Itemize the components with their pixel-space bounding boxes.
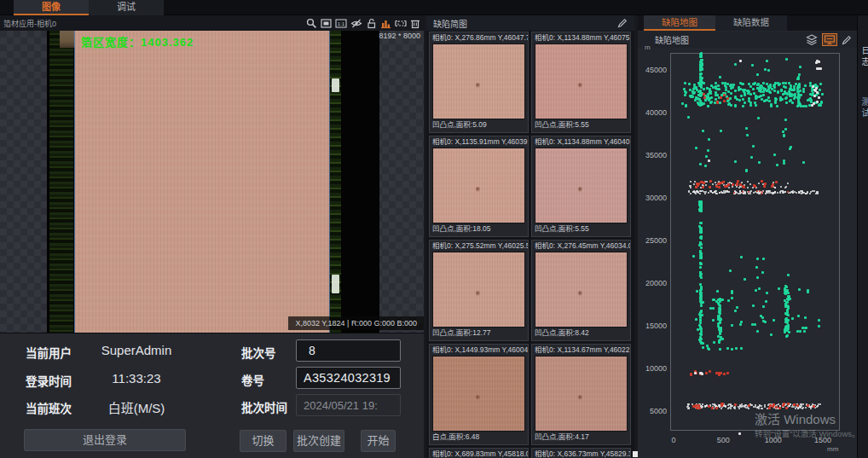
batch-no-input[interactable] [296, 339, 401, 362]
defect-card[interactable]: 相机0: X,689.83mm Y,45818.09m [429, 448, 529, 458]
login-time-value: 11:33:23 [72, 371, 200, 386]
defect-point [767, 96, 770, 99]
dock-item-test[interactable]: 测试 [859, 97, 868, 119]
defect-point [688, 190, 690, 192]
defect-point [766, 60, 768, 62]
defect-point [760, 315, 762, 317]
defect-point [697, 404, 700, 407]
defect-point [685, 91, 687, 94]
create-batch-button[interactable]: 批次创建 [293, 430, 344, 452]
defect-point [782, 192, 784, 194]
pencil-icon[interactable] [617, 18, 628, 28]
defect-point [742, 98, 744, 101]
tab-defect-data[interactable]: 缺陷数据 [715, 15, 787, 31]
dock-item-log[interactable]: 日志 [859, 46, 868, 68]
defect-point [700, 243, 703, 246]
defect-mark [476, 187, 480, 192]
defect-point [804, 316, 807, 319]
defect-point [734, 403, 737, 406]
tab-image[interactable]: 图像 [14, 0, 89, 15]
defect-point [728, 191, 730, 193]
defect-point [775, 181, 778, 183]
monitor-icon[interactable] [822, 33, 837, 46]
start-button[interactable]: 开始 [361, 430, 396, 452]
fit-image-icon[interactable] [321, 18, 332, 29]
tab-defect-map[interactable]: 缺陷地图 [644, 15, 715, 31]
defect-panel-tabs: 缺陷地图 缺陷数据 [638, 15, 857, 31]
defect-point [736, 183, 738, 185]
defect-point [711, 407, 714, 409]
layers-icon[interactable] [806, 34, 818, 45]
defect-card-header: 相机0: X,1134.88mm Y,46075.78m [532, 32, 630, 43]
defect-point [706, 181, 708, 183]
x-tick-label: 500 [710, 436, 736, 444]
top-tab-bar: 图像 调试 [0, 0, 868, 15]
defect-point [745, 127, 748, 130]
defect-point [784, 292, 786, 294]
defect-card[interactable]: 相机0: X,636.73mm Y,45829.35m [531, 448, 631, 458]
lock-icon[interactable] [366, 18, 377, 29]
defect-point [773, 86, 776, 89]
windows-watermark-line2: 转到“设置”以激活 Windows。 [755, 427, 860, 439]
defect-point [716, 290, 719, 293]
defect-card[interactable]: 相机0: X,1449.93mm Y,46004.39m白点,面积:6.48 [429, 344, 529, 445]
defect-point [690, 181, 692, 183]
defect-point [695, 193, 697, 194]
one-to-one-icon[interactable]: 1:1 [335, 18, 347, 29]
defect-card[interactable]: 相机0: X,275.52mm Y,46025.57m凹凸点,面积:12.77 [429, 240, 529, 341]
trash-icon[interactable] [410, 18, 420, 29]
defect-card[interactable]: 相机0: X,1134.88mm Y,46075.78m凹凸点,面积:5.55 [531, 32, 631, 133]
search-icon[interactable] [306, 18, 317, 29]
defect-point [818, 96, 820, 99]
svg-text:1:1: 1:1 [338, 21, 345, 26]
logout-button[interactable]: 退出登录 [24, 429, 186, 451]
defect-point [748, 97, 750, 100]
defect-point [708, 192, 709, 194]
defect-thumbnail [432, 356, 525, 432]
defect-point [710, 101, 713, 103]
defect-point [752, 304, 755, 307]
defect-point [786, 329, 789, 332]
defect-point [757, 83, 760, 85]
image-viewer[interactable]: 8192 * 8000 箔区宽度：1403.362 X,8032 Y,1824 … [0, 31, 424, 333]
defect-point [709, 91, 711, 94]
defect-point [797, 93, 800, 96]
foil-surface [75, 31, 329, 333]
defect-point [798, 288, 801, 291]
defect-point [734, 160, 737, 163]
defect-card[interactable]: 相机0: X,276.45mm Y,46034.07m凹凸点,面积:8.42 [531, 240, 631, 341]
defect-point [726, 83, 729, 85]
defect-point [723, 94, 726, 96]
eye-off-icon[interactable] [350, 18, 362, 29]
defect-point [702, 186, 704, 188]
defect-point [689, 185, 691, 187]
defect-card[interactable]: 相机0: X,1135.91mm Y,46039.86m凹凸点,面积:18.05 [429, 136, 529, 237]
crop-icon[interactable] [395, 18, 407, 29]
defect-point [756, 73, 759, 76]
defect-thumbnail [535, 356, 628, 432]
roll-no-input[interactable] [296, 367, 401, 389]
defect-point [798, 191, 800, 193]
defect-point [745, 170, 748, 172]
defect-card[interactable]: 相机0: X,276.86mm Y,46047.78m凹凸点,面积:5.09 [429, 32, 529, 133]
defect-point [703, 88, 705, 90]
session-label: 登录时间 [26, 372, 72, 389]
defect-card[interactable]: 相机0: X,1134.67mm Y,46022.22m凹凸点,面积:4.17 [531, 344, 631, 445]
defect-point [752, 83, 755, 85]
defect-card-footer: 凹凸点,面积:5.55 [532, 119, 630, 130]
defect-point [719, 312, 721, 315]
defect-point [719, 192, 720, 194]
defect-point [698, 225, 701, 228]
defect-point [820, 101, 823, 104]
tab-debug[interactable]: 调试 [89, 0, 164, 15]
defect-card-header: 相机0: X,276.45mm Y,46034.07m [532, 241, 630, 252]
defect-point [728, 187, 730, 188]
histogram-icon[interactable] [380, 18, 391, 29]
pencil-icon[interactable] [842, 35, 852, 45]
defect-point [755, 289, 757, 292]
defect-card-header: 相机0: X,1134.67mm Y,46022.22m [532, 345, 630, 356]
defect-point [704, 193, 706, 194]
defect-map-plot[interactable] [670, 53, 840, 431]
switch-button[interactable]: 切换 [240, 430, 286, 452]
defect-card[interactable]: 相机0: X,1134.88mm Y,46040.51m凹凸点,面积:5.55 [531, 136, 631, 237]
